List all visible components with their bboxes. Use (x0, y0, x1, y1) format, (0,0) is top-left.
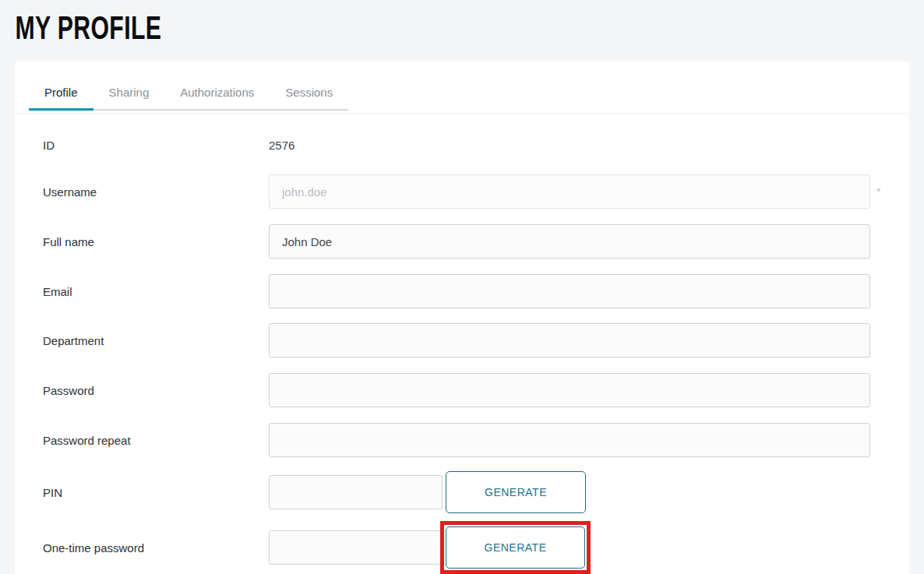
email-input[interactable] (269, 274, 870, 308)
otp-input[interactable] (269, 530, 443, 565)
form-row-department: Department (43, 323, 870, 357)
password-input[interactable] (269, 373, 870, 407)
username-input[interactable] (269, 174, 870, 209)
username-label: Username (43, 185, 269, 199)
tab-sharing[interactable]: Sharing (93, 76, 165, 109)
tab-sessions[interactable]: Sessions (270, 76, 348, 109)
form-row-id: ID 2576 (43, 128, 870, 162)
password-label: Password (43, 384, 269, 397)
pin-input[interactable] (269, 475, 443, 509)
form-row-password-repeat: Password repeat (43, 423, 870, 457)
fullname-input[interactable] (269, 224, 870, 259)
tab-profile[interactable]: Profile (29, 76, 93, 111)
tab-bar: Profile Sharing Authorizations Sessions (15, 62, 909, 114)
red-highlight-box: GENERATE (440, 521, 591, 574)
otp-label: One-time password (43, 541, 269, 555)
id-label: ID (43, 139, 269, 152)
password-repeat-input[interactable] (269, 423, 870, 457)
tab-list: Profile Sharing Authorizations Sessions (29, 76, 348, 111)
profile-card: Profile Sharing Authorizations Sessions … (15, 62, 909, 574)
department-label: Department (43, 334, 269, 347)
pin-label: PIN (43, 486, 269, 499)
email-label: Email (43, 285, 269, 298)
password-repeat-label: Password repeat (43, 434, 269, 447)
form-row-email: Email (43, 274, 870, 308)
form-row-password: Password (43, 373, 870, 407)
form-row-pin: PIN GENERATE (43, 471, 870, 513)
pin-generate-button[interactable]: GENERATE (446, 471, 586, 513)
otp-generate-button[interactable]: GENERATE (446, 526, 585, 569)
department-input[interactable] (269, 323, 870, 357)
form-row-username: Username * (43, 174, 870, 209)
page-title: MY PROFILE (0, 0, 665, 45)
id-value: 2576 (269, 139, 294, 152)
profile-form: ID 2576 Username * Full name Email (15, 114, 909, 574)
required-asterisk: * (876, 185, 880, 198)
fullname-label: Full name (43, 235, 269, 248)
tab-authorizations[interactable]: Authorizations (164, 76, 270, 109)
form-row-otp: One-time password GENERATE (43, 520, 870, 574)
form-row-fullname: Full name (43, 224, 870, 259)
